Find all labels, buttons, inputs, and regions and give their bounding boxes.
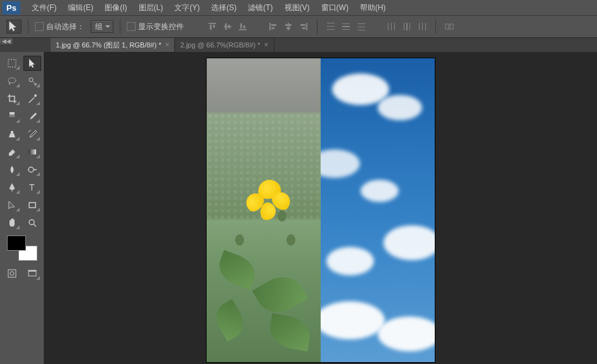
distribute-left-icon[interactable] (385, 20, 399, 34)
svg-rect-14 (286, 27, 290, 29)
hand-tool[interactable] (3, 215, 21, 230)
svg-rect-10 (271, 24, 276, 26)
menu-file[interactable]: 文件(F) (27, 1, 61, 15)
quick-select-tool[interactable] (23, 73, 41, 89)
auto-select-target-value: 组 (95, 22, 103, 32)
path-select-tool[interactable] (3, 198, 21, 213)
menu-image[interactable]: 图像(I) (100, 1, 132, 15)
lasso-tool[interactable] (3, 73, 21, 89)
svg-rect-15 (306, 23, 307, 30)
canvas-area[interactable] (44, 52, 597, 364)
align-left-icon[interactable] (266, 20, 280, 34)
auto-select-option[interactable]: 自动选择： (35, 22, 84, 32)
eyedropper-tool[interactable] (23, 91, 41, 106)
svg-rect-36 (446, 24, 449, 29)
dodge-tool[interactable] (23, 162, 41, 177)
distribute-group-2 (385, 20, 429, 34)
svg-rect-26 (357, 30, 365, 30)
quickmask-tool[interactable] (3, 266, 21, 281)
svg-rect-34 (422, 23, 423, 30)
close-icon[interactable]: × (264, 41, 269, 49)
svg-rect-37 (450, 24, 453, 29)
blur-tool[interactable] (3, 162, 21, 177)
workspace: T (0, 52, 597, 364)
history-brush-tool[interactable] (23, 127, 41, 142)
foreground-color-swatch[interactable] (7, 235, 26, 251)
auto-align-icon[interactable] (442, 20, 456, 34)
distribute-vcenter-icon[interactable] (339, 20, 353, 34)
shape-tool[interactable] (23, 198, 41, 213)
auto-align-group (442, 20, 456, 34)
document-tab-label: 1.jpg @ 66.7% (图层 1, RGB/8#) * (56, 41, 161, 50)
auto-select-target-dropdown[interactable]: 组 (91, 20, 113, 33)
align-top-icon[interactable] (205, 20, 219, 34)
separator (120, 19, 120, 34)
align-hcenter-icon[interactable] (281, 20, 295, 34)
distribute-group-1 (324, 20, 368, 34)
close-icon[interactable]: × (165, 41, 169, 49)
svg-rect-19 (327, 26, 335, 27)
distribute-hcenter-icon[interactable] (400, 20, 414, 34)
toolbox: T (0, 52, 44, 364)
zoom-tool[interactable] (23, 215, 41, 230)
eraser-tool[interactable] (3, 144, 21, 160)
svg-rect-30 (404, 23, 404, 30)
menu-help[interactable]: 帮助(H) (355, 1, 391, 15)
svg-rect-20 (327, 29, 335, 30)
svg-rect-27 (388, 23, 388, 30)
crop-tool[interactable] (3, 91, 21, 106)
svg-rect-8 (243, 25, 245, 28)
panel-collapse-handle[interactable]: ◀◀ (0, 38, 13, 44)
document-tab-2[interactable]: 2.jpg @ 66.7%(RGB/8#) * × (175, 38, 274, 52)
auto-select-checkbox[interactable] (35, 22, 44, 31)
svg-point-40 (29, 78, 33, 82)
canvas-layer-sky (321, 58, 435, 362)
menu-layer[interactable]: 图层(L) (134, 1, 169, 15)
pen-tool[interactable] (3, 180, 21, 195)
show-transform-option[interactable]: 显示变换控件 (127, 22, 184, 32)
move-tool[interactable] (23, 56, 41, 71)
distribute-top-icon[interactable] (324, 20, 338, 34)
svg-rect-4 (225, 23, 227, 30)
svg-rect-17 (302, 27, 305, 29)
svg-rect-35 (425, 23, 426, 30)
svg-rect-22 (342, 26, 350, 27)
separator (28, 19, 29, 34)
brush-tool[interactable] (23, 109, 41, 124)
align-group-1 (205, 20, 250, 34)
svg-point-39 (8, 78, 16, 83)
menu-edit[interactable]: 编辑(E) (63, 1, 98, 15)
clone-stamp-tool[interactable] (3, 127, 21, 142)
screenmode-tool[interactable] (23, 266, 41, 281)
auto-select-label: 自动选择： (46, 22, 84, 32)
menu-select[interactable]: 选择(S) (206, 1, 241, 15)
options-bar: 自动选择： 组 显示变换控件 (0, 15, 597, 38)
document-tab-bar: 1.jpg @ 66.7% (图层 1, RGB/8#) * × 2.jpg @… (0, 38, 597, 52)
gradient-tool[interactable] (23, 144, 41, 160)
distribute-right-icon[interactable] (415, 20, 429, 34)
align-group-2 (266, 20, 311, 34)
svg-rect-13 (285, 24, 292, 26)
separator (435, 19, 436, 34)
svg-rect-52 (29, 270, 36, 272)
svg-point-50 (10, 272, 14, 275)
document-tab-1[interactable]: 1.jpg @ 66.7% (图层 1, RGB/8#) * × (51, 38, 175, 52)
type-tool[interactable]: T (23, 180, 41, 195)
menu-view[interactable]: 视图(V) (279, 1, 315, 15)
align-right-icon[interactable] (297, 20, 311, 34)
move-tool-indicator[interactable] (6, 20, 22, 34)
svg-rect-44 (29, 149, 36, 154)
healing-brush-tool[interactable] (3, 109, 21, 124)
show-transform-checkbox[interactable] (127, 22, 136, 31)
svg-rect-29 (394, 23, 395, 30)
distribute-bottom-icon[interactable] (354, 20, 368, 34)
menu-filter[interactable]: 滤镜(T) (243, 1, 278, 15)
menu-window[interactable]: 窗口(W) (316, 1, 354, 15)
marquee-tool[interactable] (3, 56, 21, 71)
svg-point-41 (34, 94, 37, 97)
menu-type[interactable]: 文字(Y) (169, 1, 205, 15)
align-bottom-icon[interactable] (236, 20, 250, 34)
document-canvas[interactable] (207, 58, 435, 362)
color-swatches[interactable] (7, 235, 37, 261)
align-vcenter-icon[interactable] (221, 20, 234, 34)
